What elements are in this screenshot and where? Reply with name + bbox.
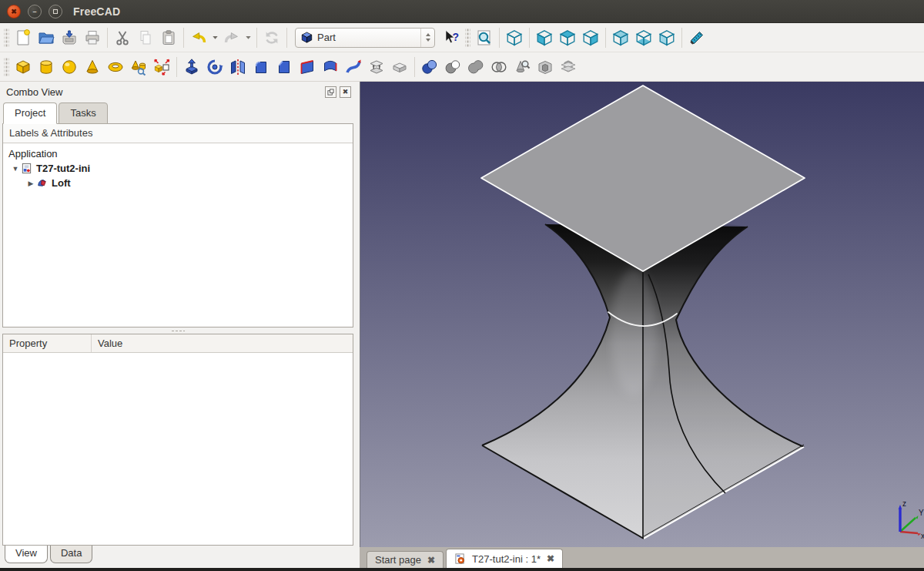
combo-view-tabs: Project Tasks bbox=[0, 102, 356, 123]
ruled-surface-icon[interactable] bbox=[319, 55, 342, 79]
refresh-icon[interactable] bbox=[260, 26, 283, 49]
combo-view-title: Combo View bbox=[6, 86, 62, 98]
cut-icon[interactable] bbox=[111, 26, 134, 49]
toolbar-drag-handle[interactable] bbox=[4, 57, 9, 77]
shape-builder-icon[interactable] bbox=[150, 55, 173, 79]
cross-sections-icon[interactable] bbox=[557, 55, 580, 79]
primitives-icon[interactable] bbox=[127, 55, 150, 79]
mdi-tab-document[interactable]: T27-tut2-ini : 1* ✖ bbox=[446, 549, 563, 568]
expand-open-icon[interactable]: ▼ bbox=[10, 165, 21, 173]
axonometric-icon[interactable] bbox=[503, 26, 526, 49]
workbench-value: Part bbox=[317, 32, 420, 43]
make-face-icon[interactable] bbox=[296, 55, 319, 79]
toolbar-drag-handle[interactable] bbox=[465, 28, 470, 48]
workbench-spinner[interactable] bbox=[420, 29, 434, 47]
view-top-icon[interactable] bbox=[556, 26, 579, 49]
open-icon[interactable] bbox=[35, 26, 58, 49]
workbench-selector[interactable]: Part bbox=[295, 28, 435, 48]
toolbar-separator bbox=[499, 28, 500, 48]
cone-icon[interactable] bbox=[81, 55, 104, 79]
property-table-body bbox=[3, 353, 353, 545]
toolbar-separator bbox=[605, 28, 606, 48]
minimize-window-button[interactable]: – bbox=[28, 5, 42, 18]
chamfer-icon[interactable] bbox=[273, 55, 296, 79]
toolbar-separator bbox=[286, 28, 287, 48]
measure-distance-icon[interactable] bbox=[685, 26, 708, 49]
model-tree-box: Labels & Attributes Application ▼ T27-tu… bbox=[2, 123, 353, 327]
mdi-tab-bar: Start page ✖ T27-tut2-ini : 1* ✖ bbox=[360, 547, 924, 568]
copy-icon[interactable] bbox=[134, 26, 157, 49]
view-front-icon[interactable] bbox=[533, 26, 556, 49]
fillet-icon[interactable] bbox=[249, 55, 273, 79]
mdi-tab-start-page[interactable]: Start page ✖ bbox=[367, 551, 444, 568]
intersection-icon[interactable] bbox=[487, 55, 511, 79]
screen-edge bbox=[0, 568, 924, 571]
section-icon[interactable] bbox=[388, 55, 411, 79]
float-panel-icon[interactable] bbox=[325, 86, 336, 98]
print-icon[interactable] bbox=[81, 26, 104, 49]
extrude-icon[interactable] bbox=[180, 55, 203, 79]
combo-view-panel: Combo View ✖ Project Tasks Labels & Attr… bbox=[0, 82, 356, 568]
close-panel-icon[interactable]: ✖ bbox=[340, 86, 351, 98]
loft-icon[interactable] bbox=[365, 55, 388, 79]
union-icon[interactable] bbox=[464, 55, 487, 79]
3d-viewport[interactable]: z Y x bbox=[360, 82, 924, 547]
workbench-part-icon bbox=[300, 31, 313, 44]
toolbar-separator bbox=[414, 57, 415, 77]
thickness-icon[interactable] bbox=[534, 55, 557, 79]
toolbar-separator bbox=[107, 28, 108, 48]
cylinder-icon[interactable] bbox=[35, 55, 58, 79]
cut-boolean-icon[interactable] bbox=[441, 55, 464, 79]
horizontal-splitter[interactable] bbox=[0, 327, 356, 334]
view-rear-icon[interactable] bbox=[609, 26, 632, 49]
toolbar-separator bbox=[529, 28, 530, 48]
tab-project[interactable]: Project bbox=[3, 102, 57, 124]
freecad-window: ✖ – FreeCAD Part Combo View ✖ bbox=[0, 0, 924, 571]
whats-this-icon[interactable] bbox=[440, 26, 463, 49]
revolve-icon[interactable] bbox=[203, 55, 226, 79]
sphere-icon[interactable] bbox=[58, 55, 81, 79]
tree-item-application[interactable]: Application bbox=[3, 146, 353, 161]
freecad-document-icon bbox=[454, 553, 466, 565]
view-left-icon[interactable] bbox=[655, 26, 678, 49]
new-icon[interactable] bbox=[12, 26, 35, 49]
toolbar-separator bbox=[256, 28, 257, 48]
tab-view[interactable]: View bbox=[5, 545, 48, 563]
loft-scene: z Y x bbox=[360, 82, 924, 547]
mirror-icon[interactable] bbox=[226, 55, 249, 79]
redo-icon[interactable] bbox=[220, 26, 243, 49]
sweep-icon[interactable] bbox=[342, 55, 365, 79]
main-toolbar-row: Part bbox=[0, 23, 924, 52]
redo-arrow-icon[interactable] bbox=[243, 26, 253, 49]
toolbar-drag-handle[interactable] bbox=[4, 28, 9, 48]
document-icon bbox=[21, 163, 32, 174]
close-tab-icon[interactable]: ✖ bbox=[547, 553, 554, 564]
property-editor-tabs: View Data bbox=[0, 546, 356, 568]
undo-icon[interactable] bbox=[187, 26, 210, 49]
close-window-button[interactable]: ✖ bbox=[7, 5, 21, 18]
toolbar-separator bbox=[681, 28, 682, 48]
tab-data[interactable]: Data bbox=[50, 545, 92, 563]
boolean-icon[interactable] bbox=[418, 55, 441, 79]
paste-icon[interactable] bbox=[157, 26, 180, 49]
tab-tasks[interactable]: Tasks bbox=[59, 102, 107, 124]
property-editor-box: Property Value bbox=[2, 334, 353, 546]
tree-header: Labels & Attributes bbox=[3, 124, 353, 143]
view-bottom-icon[interactable] bbox=[632, 26, 655, 49]
save-icon[interactable] bbox=[58, 26, 81, 49]
property-column-header: Property bbox=[3, 334, 92, 352]
title-bar: ✖ – FreeCAD bbox=[0, 0, 924, 23]
fit-all-icon[interactable] bbox=[473, 26, 496, 49]
torus-icon[interactable] bbox=[104, 55, 127, 79]
expand-closed-icon[interactable]: ▶ bbox=[25, 180, 36, 187]
close-tab-icon[interactable]: ✖ bbox=[427, 555, 435, 566]
check-geometry-icon[interactable] bbox=[511, 55, 534, 79]
part-toolbar-row bbox=[0, 52, 924, 82]
maximize-window-button[interactable] bbox=[49, 5, 62, 18]
tree-item-loft[interactable]: ▶ Loft bbox=[3, 176, 353, 190]
box-icon[interactable] bbox=[12, 55, 35, 79]
loft-object-icon bbox=[36, 177, 48, 189]
view-right-icon[interactable] bbox=[579, 26, 602, 49]
tree-item-document[interactable]: ▼ T27-tut2-ini bbox=[3, 161, 353, 176]
undo-arrow-icon[interactable] bbox=[210, 26, 220, 49]
